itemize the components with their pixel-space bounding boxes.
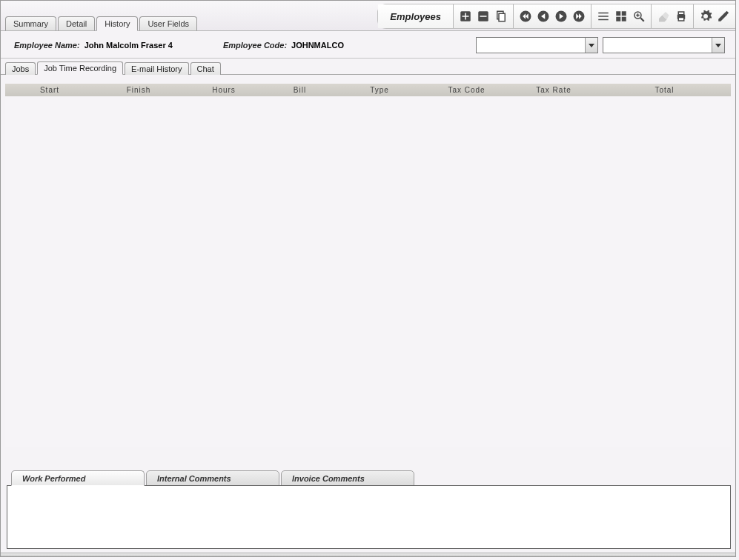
svg-rect-19: [598, 19, 609, 21]
svg-rect-4: [480, 16, 487, 17]
svg-rect-21: [622, 11, 626, 16]
tab-detail[interactable]: Detail: [58, 16, 95, 31]
svg-rect-18: [598, 16, 609, 17]
edit-pencil-button[interactable]: [715, 8, 732, 24]
comments-textarea[interactable]: [7, 485, 731, 549]
copy-record-button[interactable]: [493, 8, 509, 24]
sub-tab-jobs[interactable]: Jobs: [5, 62, 36, 75]
module-title: Employees: [378, 4, 454, 28]
col-start[interactable]: Start: [5, 86, 94, 94]
col-finish[interactable]: Finish: [94, 86, 183, 94]
svg-rect-23: [622, 17, 626, 21]
tab-user-fields[interactable]: User Fields: [139, 16, 197, 31]
tab-invoice-comments[interactable]: Invoice Comments: [281, 470, 414, 486]
filter-combo-2-input[interactable]: [603, 38, 712, 53]
app-window: Employees: [0, 0, 736, 557]
history-sub-tabs: Jobs Job Time Recording E-mail History C…: [1, 59, 735, 75]
new-record-button[interactable]: [457, 8, 474, 24]
svg-rect-32: [678, 18, 684, 21]
delete-record-button[interactable]: [475, 8, 491, 24]
table-body-empty: [5, 96, 731, 444]
comments-section: Work Performed Internal Comments Invoice…: [7, 470, 729, 549]
col-tax-code[interactable]: Tax Code: [424, 86, 509, 94]
statusbar: [1, 553, 735, 556]
info-bar: Employee Name: John Malcolm Fraser 4 Emp…: [1, 31, 735, 59]
employee-name-label: Employee Name:: [14, 41, 80, 50]
sub-tab-email[interactable]: E-mail History: [125, 62, 188, 75]
employee-code-value: JOHNMALCO: [291, 41, 344, 50]
sub-tab-job-time[interactable]: Job Time Recording: [37, 61, 123, 75]
last-record-button[interactable]: [571, 8, 587, 24]
top-tabs: Summary Detail History User Fields: [5, 16, 197, 31]
first-record-button[interactable]: [517, 8, 534, 24]
col-tax-rate[interactable]: Tax Rate: [509, 86, 598, 94]
list-view-button[interactable]: [595, 8, 612, 24]
grid-view-button[interactable]: [613, 8, 629, 24]
top-toolbar-area: Employees: [1, 1, 735, 31]
filter-combo-1-input[interactable]: [477, 38, 585, 53]
col-hours[interactable]: Hours: [183, 86, 265, 94]
erase-button[interactable]: [655, 8, 672, 24]
col-total[interactable]: Total: [598, 86, 731, 94]
toolbar-group-record: [454, 4, 514, 28]
toolbar-group-view: [591, 4, 652, 28]
zoom-button[interactable]: [631, 8, 647, 24]
main-toolbar: Employees: [377, 4, 735, 29]
tab-history[interactable]: History: [96, 16, 138, 31]
prev-record-button[interactable]: [535, 8, 551, 24]
tab-internal-comments[interactable]: Internal Comments: [146, 470, 279, 486]
filter-combo-2[interactable]: [603, 37, 725, 53]
col-bill[interactable]: Bill: [265, 86, 335, 94]
sub-tab-chat[interactable]: Chat: [190, 62, 221, 75]
chevron-down-icon[interactable]: [712, 38, 724, 53]
time-recording-table: Start Finish Hours Bill Type Tax Code Ta…: [5, 84, 731, 447]
comments-tabs: Work Performed Internal Comments Invoice…: [11, 470, 729, 486]
chevron-down-icon[interactable]: [585, 38, 597, 53]
svg-rect-31: [678, 12, 684, 15]
svg-rect-20: [616, 11, 620, 16]
toolbar-group-navigate: [514, 4, 591, 28]
toolbar-group-output: [652, 4, 694, 28]
filter-combo-1[interactable]: [476, 37, 598, 53]
employee-name-value: John Malcolm Fraser 4: [84, 41, 173, 50]
svg-rect-22: [616, 17, 620, 21]
employee-code-label: Employee Code:: [223, 41, 287, 50]
table-header: Start Finish Hours Bill Type Tax Code Ta…: [5, 84, 731, 96]
toolbar-group-settings: [694, 4, 735, 28]
svg-rect-6: [499, 13, 505, 21]
print-button[interactable]: [673, 8, 689, 24]
tab-work-performed[interactable]: Work Performed: [11, 470, 145, 486]
next-record-button[interactable]: [553, 8, 569, 24]
svg-line-25: [640, 18, 644, 21]
svg-rect-17: [598, 13, 609, 14]
col-type[interactable]: Type: [335, 86, 424, 94]
tab-summary[interactable]: Summary: [5, 16, 56, 31]
svg-rect-2: [463, 16, 469, 17]
settings-button[interactable]: [697, 8, 714, 24]
